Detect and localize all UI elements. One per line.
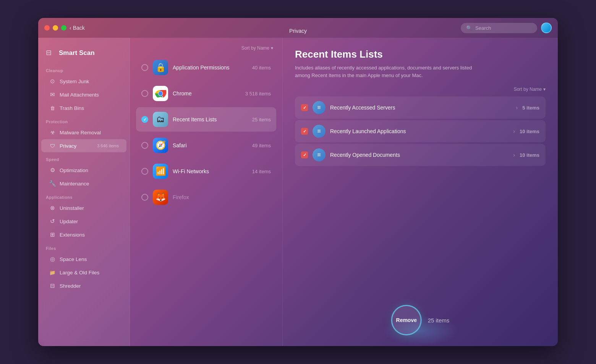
detail-sort-label-text: Sort by Name	[514, 87, 542, 92]
sidebar-item-label: Extensions	[60, 232, 85, 238]
servers-name: Recently Accessed Servers	[330, 105, 512, 111]
updater-icon: ↺	[49, 218, 56, 225]
section-label-speed: Speed	[38, 153, 130, 163]
detail-sort-by-name[interactable]: Sort by Name ▾	[514, 87, 546, 92]
sidebar-item-label: Malware Removal	[60, 130, 101, 135]
wifi-icon: 📶	[153, 164, 168, 179]
sidebar-item-large-old-files[interactable]: 📁 Large & Old Files	[41, 266, 126, 279]
checkbox-applications[interactable]	[301, 128, 308, 135]
center-panel: Sort by Name ▾ 🔒 Application Permissions…	[130, 38, 283, 346]
sidebar-header[interactable]: ⊟ Smart Scan	[38, 45, 130, 64]
applications-count: 10 items	[520, 129, 539, 134]
close-button[interactable]	[44, 25, 50, 31]
sort-label-text: Sort by Name	[241, 45, 269, 51]
list-item-wifi[interactable]: 📶 Wi-Fi Networks 14 items	[136, 159, 276, 184]
main-content: ⊟ Smart Scan Cleanup ⊙ System Junk ✉ Mai…	[38, 38, 558, 346]
radio-app-permissions[interactable]	[141, 64, 148, 71]
avatar	[541, 23, 552, 33]
radio-recent-items[interactable]	[141, 116, 148, 123]
sort-by-name[interactable]: Sort by Name ▾	[241, 45, 273, 51]
sidebar-item-label: Trash Bins	[60, 105, 84, 111]
sort-bar: Sort by Name ▾	[136, 44, 276, 54]
search-input[interactable]	[475, 25, 532, 31]
wifi-name: Wi-Fi Networks	[173, 168, 248, 174]
files-icon: 📁	[49, 269, 56, 276]
section-label-applications: Applications	[38, 190, 130, 201]
documents-chevron-icon	[513, 152, 515, 158]
detail-description: Includes aliases of recently accessed ap…	[295, 64, 478, 79]
list-item-firefox[interactable]: 🦊 Firefox	[136, 185, 276, 209]
sidebar-item-uninstaller[interactable]: ⊗ Uninstaller	[41, 201, 126, 214]
privacy-badge: 3 646 items	[97, 143, 119, 148]
sidebar-item-label: Maintenance	[60, 181, 89, 187]
safari-icon: 🧭	[153, 138, 168, 153]
detail-title: Recent Items Lists	[295, 48, 546, 60]
recent-items-count: 25 items	[252, 117, 271, 122]
sub-item-documents[interactable]: ≡ Recently Opened Documents 10 items	[295, 144, 546, 166]
sub-item-list: ≡ Recently Accessed Servers 5 items ≡ Re…	[295, 97, 546, 166]
sidebar-item-updater[interactable]: ↺ Updater	[41, 215, 126, 228]
sidebar-item-optimization[interactable]: ⚙ Optimization	[41, 164, 126, 177]
list-item-app-permissions[interactable]: 🔒 Application Permissions 40 items	[136, 55, 276, 80]
sort-chevron-icon: ▾	[271, 45, 273, 51]
privacy-icon: 🛡	[49, 142, 56, 149]
right-panel: Recent Items Lists Includes aliases of r…	[283, 38, 558, 346]
sidebar-item-trash-bins[interactable]: 🗑 Trash Bins	[41, 101, 126, 114]
section-label-protection: Protection	[38, 115, 130, 126]
applications-name: Recently Launched Applications	[330, 128, 509, 134]
servers-count: 5 items	[522, 105, 539, 111]
list-item-safari[interactable]: 🧭 Safari 49 items	[136, 133, 276, 158]
sidebar-item-label: Shredder	[60, 283, 81, 289]
mail-icon: ✉	[49, 91, 56, 98]
sidebar-item-label: Uninstaller	[60, 205, 84, 211]
sidebar-item-label: Large & Old Files	[60, 270, 99, 275]
radio-safari[interactable]	[141, 142, 148, 149]
servers-chevron-icon	[516, 105, 518, 111]
documents-name: Recently Opened Documents	[330, 152, 509, 158]
optimization-icon: ⚙	[49, 167, 56, 174]
sidebar-item-maintenance[interactable]: 🔧 Maintenance	[41, 177, 126, 190]
radio-chrome[interactable]	[141, 90, 148, 97]
safari-count: 49 items	[252, 143, 271, 148]
radio-wifi[interactable]	[141, 168, 148, 175]
malware-icon: ☣	[49, 129, 56, 136]
maximize-button[interactable]	[61, 25, 66, 31]
app-permissions-icon: 🔒	[153, 60, 168, 75]
minimize-button[interactable]	[53, 25, 58, 31]
traffic-lights	[44, 25, 66, 31]
remove-label: Remove	[396, 317, 416, 323]
applications-chevron-icon	[513, 128, 515, 134]
sub-item-servers[interactable]: ≡ Recently Accessed Servers 5 items	[295, 97, 546, 119]
applications-icon: ≡	[313, 125, 326, 138]
detail-sort-bar: Sort by Name ▾	[295, 87, 546, 92]
section-label-cleanup: Cleanup	[38, 64, 130, 74]
sidebar-item-extensions[interactable]: ⊞ Extensions	[41, 228, 126, 241]
remove-button[interactable]: Remove	[391, 305, 422, 335]
checkbox-servers[interactable]	[301, 104, 308, 111]
sidebar-item-privacy[interactable]: 🛡 Privacy 3 646 items	[41, 139, 126, 152]
sidebar-item-space-lens[interactable]: ◎ Space Lens	[41, 253, 126, 266]
search-box[interactable]: 🔍	[461, 23, 537, 33]
sidebar-item-label: Updater	[60, 219, 78, 224]
sidebar-item-label: Optimization	[60, 168, 88, 173]
sidebar-item-label: Privacy	[60, 143, 76, 149]
documents-count: 10 items	[520, 152, 539, 158]
sidebar-item-system-junk[interactable]: ⊙ System Junk	[41, 75, 126, 88]
trash-icon: 🗑	[49, 105, 56, 111]
page-title: Privacy	[289, 28, 307, 34]
detail-sort-chevron-icon: ▾	[543, 87, 546, 92]
list-item-recent-items[interactable]: 🗂 Recent Items Lists 25 items	[136, 107, 276, 132]
sidebar-item-mail-attachments[interactable]: ✉ Mail Attachments	[41, 88, 126, 101]
shredder-icon: ⊟	[49, 282, 56, 289]
checkbox-documents[interactable]	[301, 151, 308, 158]
list-item-chrome[interactable]: Chrome 3 518 items	[136, 81, 276, 106]
svg-point-3	[159, 92, 163, 96]
system-junk-icon: ⊙	[49, 78, 56, 85]
maintenance-icon: 🔧	[49, 180, 56, 187]
back-button[interactable]: ‹ Back	[66, 23, 88, 32]
sidebar-item-shredder[interactable]: ⊟ Shredder	[41, 279, 126, 292]
sidebar-item-malware-removal[interactable]: ☣ Malware Removal	[41, 126, 126, 139]
recent-items-icon: 🗂	[153, 112, 168, 127]
sub-item-applications[interactable]: ≡ Recently Launched Applications 10 item…	[295, 120, 546, 142]
radio-firefox[interactable]	[141, 194, 148, 201]
